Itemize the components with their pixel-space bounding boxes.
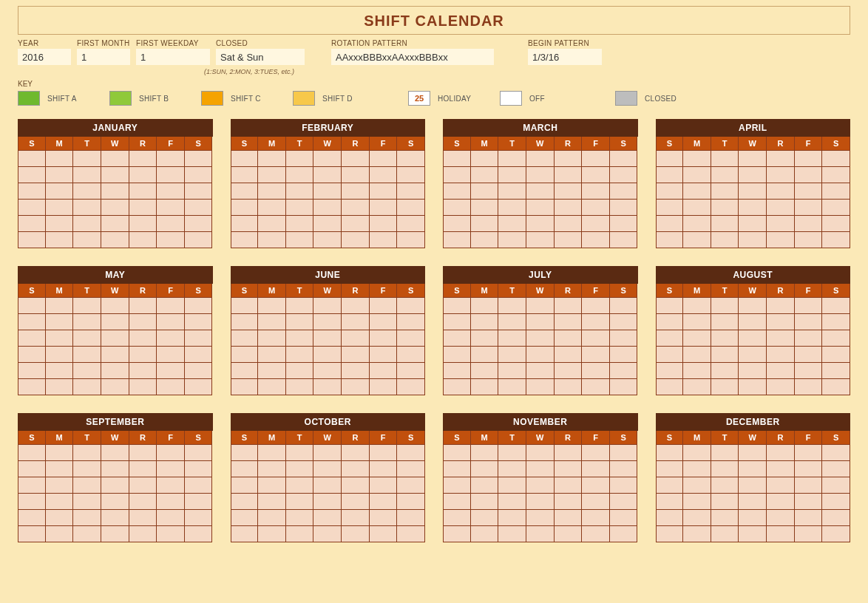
day-cell[interactable] [46,330,74,347]
day-cell[interactable] [555,461,583,477]
day-cell[interactable] [610,151,638,167]
day-cell[interactable] [656,232,684,248]
day-cell[interactable] [157,151,185,167]
day-cell[interactable] [498,379,526,395]
day-cell[interactable] [711,379,739,395]
day-cell[interactable] [471,330,499,347]
day-cell[interactable] [526,151,555,167]
day-cell[interactable] [471,510,499,526]
day-cell[interactable] [526,347,555,363]
day-cell[interactable] [370,167,398,183]
day-cell[interactable] [397,200,425,216]
day-cell[interactable] [46,347,74,363]
day-cell[interactable] [258,363,286,379]
day-cell[interactable] [231,510,259,526]
day-cell[interactable] [498,298,526,314]
day-cell[interactable] [822,167,850,183]
day-cell[interactable] [129,151,157,167]
day-cell[interactable] [313,347,342,363]
day-cell[interactable] [73,445,101,461]
day-cell[interactable] [73,510,101,526]
day-cell[interactable] [767,445,795,461]
day-cell[interactable] [46,183,74,200]
day-cell[interactable] [313,445,342,461]
day-cell[interactable] [231,347,259,363]
day-cell[interactable] [286,363,314,379]
day-cell[interactable] [258,298,286,314]
day-cell[interactable] [711,216,739,232]
day-cell[interactable] [739,314,767,330]
day-cell[interactable] [18,510,46,526]
day-cell[interactable] [526,330,555,347]
day-cell[interactable] [129,183,157,200]
day-cell[interactable] [498,200,526,216]
day-cell[interactable] [185,298,213,314]
day-cell[interactable] [610,445,638,461]
day-cell[interactable] [342,151,370,167]
day-cell[interactable] [157,183,185,200]
day-cell[interactable] [397,216,425,232]
day-cell[interactable] [129,232,157,248]
day-cell[interactable] [795,330,823,347]
day-cell[interactable] [526,232,555,248]
day-cell[interactable] [555,526,583,542]
day-cell[interactable] [683,526,711,542]
day-cell[interactable] [471,445,499,461]
day-cell[interactable] [101,526,129,542]
day-cell[interactable] [185,477,213,494]
day-cell[interactable] [767,510,795,526]
day-cell[interactable] [767,151,795,167]
day-cell[interactable] [258,445,286,461]
day-cell[interactable] [18,167,46,183]
day-cell[interactable] [767,183,795,200]
day-cell[interactable] [610,232,638,248]
day-cell[interactable] [656,494,684,510]
day-cell[interactable] [795,183,823,200]
day-cell[interactable] [342,526,370,542]
day-cell[interactable] [18,347,46,363]
day-cell[interactable] [46,526,74,542]
day-cell[interactable] [767,314,795,330]
day-cell[interactable] [498,461,526,477]
day-cell[interactable] [101,494,129,510]
day-cell[interactable] [46,216,74,232]
day-cell[interactable] [258,526,286,542]
day-cell[interactable] [157,379,185,395]
day-cell[interactable] [582,314,610,330]
day-cell[interactable] [157,167,185,183]
day-cell[interactable] [370,232,398,248]
day-cell[interactable] [656,379,684,395]
day-cell[interactable] [286,167,314,183]
day-cell[interactable] [157,347,185,363]
day-cell[interactable] [286,445,314,461]
day-cell[interactable] [313,510,342,526]
day-cell[interactable] [610,183,638,200]
day-cell[interactable] [129,526,157,542]
day-cell[interactable] [711,347,739,363]
day-cell[interactable] [526,167,555,183]
day-cell[interactable] [555,200,583,216]
day-cell[interactable] [18,445,46,461]
day-cell[interactable] [443,183,471,200]
day-cell[interactable] [370,151,398,167]
day-cell[interactable] [313,167,342,183]
day-cell[interactable] [73,379,101,395]
day-cell[interactable] [683,347,711,363]
day-cell[interactable] [526,379,555,395]
day-cell[interactable] [313,461,342,477]
day-cell[interactable] [526,526,555,542]
day-cell[interactable] [822,461,850,477]
day-cell[interactable] [582,330,610,347]
day-cell[interactable] [370,494,398,510]
day-cell[interactable] [610,330,638,347]
day-cell[interactable] [101,298,129,314]
day-cell[interactable] [795,510,823,526]
day-cell[interactable] [258,200,286,216]
day-cell[interactable] [498,363,526,379]
day-cell[interactable] [795,216,823,232]
day-cell[interactable] [313,314,342,330]
day-cell[interactable] [73,494,101,510]
day-cell[interactable] [498,167,526,183]
day-cell[interactable] [582,379,610,395]
day-cell[interactable] [739,363,767,379]
